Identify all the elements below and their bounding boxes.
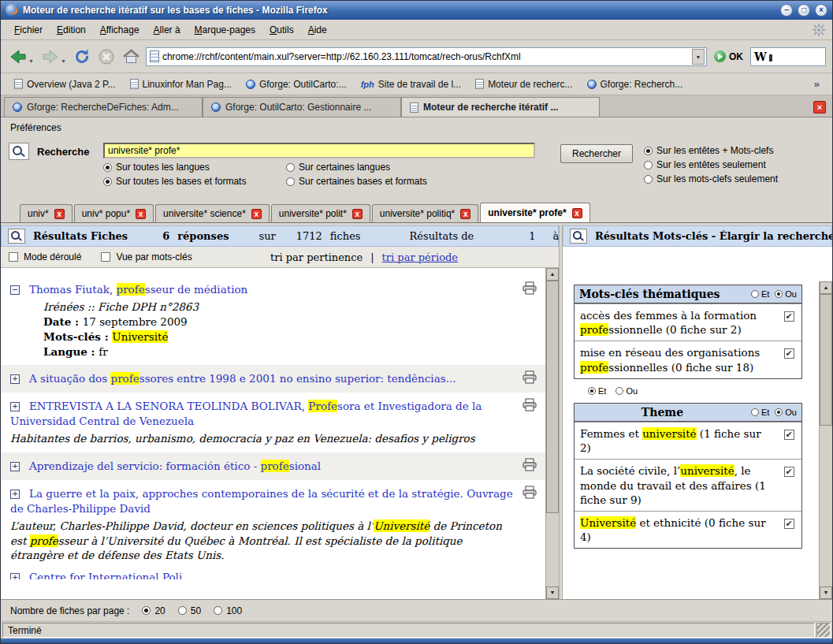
lang-some-radio[interactable]: Sur certaines langues xyxy=(286,162,390,173)
scroll-down-icon[interactable]: ▼ xyxy=(546,586,559,599)
keyword-checkbox[interactable]: ✔ xyxy=(784,348,794,359)
search-input[interactable] xyxy=(103,143,535,158)
base-some-radio[interactable]: Sur certaines bases et formats xyxy=(286,176,427,187)
result-title-link[interactable]: A situação dos professores entre 1998 e … xyxy=(29,372,456,385)
results-scrollbar[interactable]: ▲ ▼ xyxy=(545,268,559,599)
close-search-tab-icon[interactable]: x xyxy=(251,209,262,219)
close-tab-icon[interactable]: × xyxy=(813,101,826,114)
base-all-radio[interactable]: Sur toutes les bases et formats xyxy=(103,176,286,187)
expand-icon[interactable]: + xyxy=(10,573,20,579)
print-icon[interactable] xyxy=(522,281,537,299)
close-search-tab-icon[interactable]: x xyxy=(54,209,65,219)
maximize-icon[interactable]: □ xyxy=(798,4,810,17)
bookmarks-overflow-button[interactable]: » xyxy=(808,78,826,90)
search-tab[interactable]: universite* science*x xyxy=(155,204,270,222)
print-icon[interactable] xyxy=(522,398,537,415)
browser-tab-label: Moteur de recherche itératif ... xyxy=(423,102,558,113)
vue-mots-cles-checkbox[interactable] xyxy=(101,252,110,262)
connector-ou-radio[interactable]: Ou xyxy=(615,386,638,396)
menu-edition[interactable]: Edition xyxy=(50,21,93,39)
print-icon[interactable] xyxy=(522,370,537,388)
web-search-box[interactable]: W xyxy=(750,47,826,66)
collapse-icon[interactable]: − xyxy=(10,285,20,295)
url-bar[interactable]: ▼ xyxy=(146,47,707,66)
scroll-down-icon[interactable]: ▼ xyxy=(820,586,832,599)
keyword-checkbox[interactable]: ✔ xyxy=(784,519,794,529)
bookmark-item[interactable]: Moteur de recherc... xyxy=(468,76,579,92)
page-size-100-radio[interactable]: 100 xyxy=(214,605,242,616)
search-tab[interactable]: univ*x xyxy=(20,204,73,222)
url-dropdown-button[interactable]: ▼ xyxy=(692,49,705,65)
scrollbar-thumb[interactable] xyxy=(820,294,832,426)
result-title-link[interactable]: Aprendizaje del servicio: formación étic… xyxy=(29,460,321,472)
menu-aide[interactable]: Aide xyxy=(301,21,334,39)
bookmark-item[interactable]: fphSite de travail de l... xyxy=(354,76,469,92)
menu-marque-pages[interactable]: Marque-pages xyxy=(188,21,262,39)
url-input[interactable] xyxy=(162,51,689,62)
sort-by-period-link[interactable]: tri par période xyxy=(382,251,458,263)
scope-keywords-only-radio[interactable]: Sur les mots-clefs seulement xyxy=(644,173,778,184)
forward-button[interactable]: ▼ xyxy=(39,47,68,67)
keyword-checkbox[interactable]: ✔ xyxy=(784,467,794,477)
scroll-up-icon[interactable]: ▲ xyxy=(546,268,559,281)
menu-aller-[interactable]: Aller à xyxy=(147,21,188,39)
back-button[interactable]: ▼ xyxy=(7,47,35,67)
scrollbar-thumb[interactable] xyxy=(546,281,559,513)
bookmark-item[interactable]: Overview (Java 2 P... xyxy=(7,76,123,92)
ou-radio[interactable]: Ou xyxy=(775,408,797,417)
menu-outils[interactable]: Outils xyxy=(262,21,301,39)
go-button[interactable]: OK xyxy=(711,49,746,64)
keyword-checkbox[interactable]: ✔ xyxy=(784,311,794,322)
forward-dropdown-icon[interactable]: ▼ xyxy=(61,58,66,65)
scope-headers-keywords-radio[interactable]: Sur les entêtes + Mots-clefs xyxy=(644,145,778,156)
reload-button[interactable] xyxy=(72,47,92,67)
close-search-tab-icon[interactable]: x xyxy=(572,208,582,218)
back-dropdown-icon[interactable]: ▼ xyxy=(28,58,34,65)
page-size-50-radio[interactable]: 50 xyxy=(178,605,201,616)
mode-deroule-checkbox[interactable] xyxy=(9,252,18,262)
browser-tab[interactable]: Gforge: RechercheDeFiches: Adm... xyxy=(4,97,203,117)
expand-icon[interactable]: + xyxy=(10,374,20,384)
resize-grip[interactable] xyxy=(816,623,831,638)
keyword-checkbox[interactable]: ✔ xyxy=(784,430,794,440)
close-search-tab-icon[interactable]: x xyxy=(460,209,470,219)
result-title-link[interactable]: La guerre et la paix, approches contempo… xyxy=(10,487,513,515)
result-title-link[interactable]: Centre for International Poli xyxy=(29,571,182,579)
page-size-20-radio[interactable]: 20 xyxy=(142,605,165,616)
search-tab[interactable]: universite* profe*x xyxy=(480,203,589,222)
scope-headers-only-radio[interactable]: Sur les entêtes seulement xyxy=(644,159,778,170)
search-tab[interactable]: univ* popu*x xyxy=(74,204,154,222)
home-button[interactable] xyxy=(121,47,142,67)
ou-radio[interactable]: Ou xyxy=(775,289,797,299)
connector-et-radio[interactable]: Et xyxy=(588,386,606,396)
expand-icon[interactable]: + xyxy=(10,490,20,499)
search-tab[interactable]: universite* politiq*x xyxy=(372,204,478,222)
titlebar[interactable]: Moteur de recherche itératif sur les bas… xyxy=(1,1,832,20)
bookmark-item[interactable]: Gforge: Recherch... xyxy=(580,76,690,92)
stop-button[interactable] xyxy=(96,47,117,67)
expand-icon[interactable]: + xyxy=(10,402,20,411)
minimize-icon[interactable]: – xyxy=(780,4,793,17)
browser-tab[interactable]: Gforge: OutilCarto: Gestionnaire ... xyxy=(203,97,401,117)
result-title-link[interactable]: ENTREVISTA A LA SENORA TEOLINDA BOLIVAR,… xyxy=(10,400,482,427)
scroll-up-icon[interactable]: ▲ xyxy=(820,281,832,294)
lang-all-radio[interactable]: Sur toutes les langues xyxy=(103,162,286,173)
close-icon[interactable]: × xyxy=(815,4,827,17)
close-search-tab-icon[interactable]: x xyxy=(352,209,363,219)
search-button[interactable]: Rechercher xyxy=(560,144,633,163)
close-search-tab-icon[interactable]: x xyxy=(136,209,146,219)
print-icon[interactable] xyxy=(522,458,537,475)
bookmark-item[interactable]: Gforge: OutilCarto:... xyxy=(239,76,354,92)
print-icon[interactable] xyxy=(522,486,537,503)
search-tab[interactable]: universite* polit*x xyxy=(271,204,370,222)
keywords-scrollbar[interactable]: ▲ ▼ xyxy=(819,281,832,599)
preferences-menu[interactable]: Préférences xyxy=(1,117,832,138)
menu-fichier[interactable]: Fichier xyxy=(7,21,50,39)
result-title-link[interactable]: Thomas Fiutak, professeur de médiation xyxy=(29,283,247,296)
browser-tab[interactable]: Moteur de recherche itératif ... xyxy=(401,97,600,117)
et-radio[interactable]: Et xyxy=(751,289,769,299)
menu-affichage[interactable]: Affichage xyxy=(93,21,147,39)
bookmark-item[interactable]: Linuxinfor Man Pag... xyxy=(123,76,239,92)
et-radio[interactable]: Et xyxy=(751,408,769,417)
expand-icon[interactable]: + xyxy=(10,462,20,471)
